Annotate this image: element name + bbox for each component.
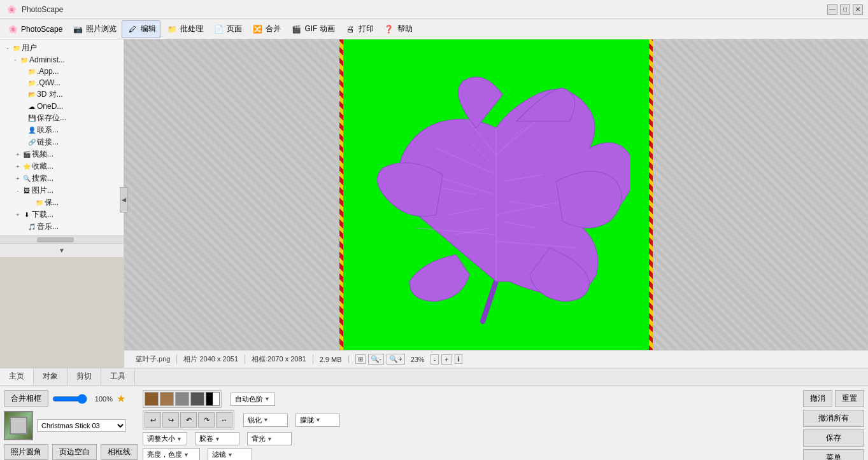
- window-controls: — □ ✕: [827, 4, 863, 15]
- tab-tools[interactable]: 工具: [101, 368, 135, 386]
- expand-downloads[interactable]: +: [14, 212, 22, 218]
- tab-object[interactable]: 对象: [34, 368, 68, 386]
- title-bar: 🌸 PhotoScape — □ ✕: [0, 0, 868, 19]
- tree-item-sub[interactable]: 📁 保...: [0, 197, 124, 209]
- expand-search[interactable]: +: [14, 176, 22, 182]
- favorite-star-button[interactable]: ★: [117, 393, 125, 405]
- tree-item-contacts[interactable]: 👤 联系...: [0, 124, 124, 136]
- auto-level-dropdown[interactable]: 自动色阶 ▼: [231, 393, 275, 406]
- resize-dropdown[interactable]: 调整大小 ▼: [143, 432, 187, 445]
- redo-action-button[interactable]: 重置: [835, 390, 864, 407]
- tree-item-pictures[interactable]: - 🖼 图片...: [0, 185, 124, 197]
- close-button[interactable]: ✕: [853, 4, 863, 15]
- folder-icon-15: ⬇: [22, 210, 32, 220]
- zoom-out-icon[interactable]: 🔍-: [368, 354, 385, 365]
- sharpen-arrow: ▼: [263, 417, 269, 423]
- expand-favorites[interactable]: +: [14, 164, 22, 170]
- tree-item-app[interactable]: 📁 .App...: [0, 66, 124, 77]
- info-icon[interactable]: ℹ: [455, 354, 462, 364]
- zoom-in-icon[interactable]: 🔍+: [387, 354, 404, 365]
- menu-photoscape[interactable]: 🌸 PhotoScape: [3, 21, 66, 38]
- merge-icon: 🔀: [251, 23, 264, 36]
- resize-arrow: ▼: [176, 436, 182, 442]
- rotate-left-btn[interactable]: ↶: [180, 412, 197, 428]
- tree-item-qtw[interactable]: 📁 .QtW...: [0, 77, 124, 88]
- folder-icon-3: 📁: [27, 66, 37, 76]
- image-frame: [339, 39, 653, 350]
- tree-item-oned[interactable]: ☁ OneD...: [0, 101, 124, 112]
- undo-action-button[interactable]: 撤消: [803, 390, 832, 407]
- menu-browse[interactable]: 📷 照片浏览: [68, 21, 120, 38]
- folder-icon-14: 📁: [34, 198, 45, 208]
- tone-buttons: [143, 390, 222, 408]
- menu-batch[interactable]: 📁 批处理: [162, 21, 207, 38]
- photo-corner-button[interactable]: 照片圆角: [4, 444, 48, 460]
- status-bar: 蓝叶子.png 相片 2040 x 2051 相框 2070 x 2081 2.…: [124, 350, 868, 368]
- emboss-arrow: ▼: [215, 436, 220, 442]
- tone-dark-btn[interactable]: [190, 392, 204, 406]
- expand-pictures[interactable]: -: [14, 188, 22, 194]
- menu-button[interactable]: 菜单: [803, 449, 864, 460]
- tree-item-music[interactable]: 🎵 音乐...: [0, 221, 124, 233]
- frame-opacity-slider[interactable]: [52, 394, 87, 403]
- sidebar-collapse-button[interactable]: ◀: [120, 187, 128, 213]
- menu-print[interactable]: 🖨 打印: [340, 21, 378, 38]
- tree-item-save[interactable]: 💾 保存位...: [0, 112, 124, 124]
- tree-item-video[interactable]: + 🎬 视频...: [0, 148, 124, 160]
- print-icon: 🖨: [344, 23, 357, 36]
- zoom-minus-btn[interactable]: -: [430, 354, 439, 365]
- menu-gif[interactable]: 🎬 GIF 动画: [286, 21, 338, 38]
- tone-brown-btn[interactable]: [160, 392, 174, 406]
- tab-home[interactable]: 主页: [0, 368, 34, 386]
- redo-btn[interactable]: ↪: [162, 412, 179, 428]
- folder-icon-16: 🎵: [27, 222, 37, 232]
- app-logo: 🌸: [5, 3, 18, 16]
- brightness-dropdown[interactable]: 亮度，色度 ▼: [143, 448, 200, 460]
- tree-item-downloads[interactable]: + ⬇ 下载...: [0, 209, 124, 221]
- rotate-right-btn[interactable]: ↷: [198, 412, 215, 428]
- sharpen-dropdown[interactable]: 锐化 ▼: [243, 414, 288, 427]
- folder-icon-11: ⭐: [22, 162, 32, 172]
- tone-gray-btn[interactable]: [175, 392, 189, 406]
- tree-item-links[interactable]: 🔗 链接...: [0, 136, 124, 148]
- backlight-dropdown[interactable]: 背光 ▼: [247, 432, 292, 445]
- canvas-content: [124, 39, 868, 350]
- scrollbar-thumb[interactable]: [37, 237, 74, 242]
- expand-video[interactable]: +: [14, 151, 22, 158]
- tree-scroll-down[interactable]: ▼: [0, 243, 124, 257]
- tone-bw-btn[interactable]: [206, 392, 220, 406]
- expand-users[interactable]: -: [4, 45, 11, 52]
- save-button[interactable]: 保存: [803, 429, 864, 447]
- horizontal-scrollbar[interactable]: [0, 235, 124, 243]
- tree-item-administ[interactable]: - 📁 Administ...: [0, 54, 124, 66]
- fit-icon[interactable]: ⊞: [355, 354, 366, 364]
- backlight-arrow: ▼: [267, 436, 273, 442]
- tone-warm-btn[interactable]: [145, 392, 159, 406]
- merge-frame-button[interactable]: 合并相框: [4, 390, 48, 407]
- zoom-plus-btn[interactable]: +: [441, 354, 452, 365]
- frame-border-button[interactable]: 相框线: [101, 444, 138, 460]
- menu-merge[interactable]: 🔀 合并: [247, 21, 285, 38]
- menu-help[interactable]: ❓ 帮助: [379, 21, 416, 38]
- blur-dropdown[interactable]: 朦胧 ▼: [295, 414, 340, 427]
- folder-icon-9: 🔗: [27, 137, 37, 148]
- minimize-button[interactable]: —: [827, 4, 837, 15]
- undo-all-button[interactable]: 撤消所有: [803, 410, 864, 427]
- menu-page[interactable]: 📄 页面: [208, 21, 246, 38]
- zoom-value: 23%: [408, 356, 428, 363]
- emboss-dropdown[interactable]: 胶卷 ▼: [195, 432, 239, 445]
- tree-item-favorites[interactable]: + ⭐ 收藏...: [0, 160, 124, 172]
- flip-btn[interactable]: ↔: [216, 412, 232, 428]
- tree-item-search[interactable]: + 🔍 搜索...: [0, 172, 124, 185]
- filter-dropdown[interactable]: 滤镜 ▼: [208, 448, 252, 460]
- menu-edit[interactable]: 🖊 编辑: [122, 20, 160, 38]
- slider-container: 100%: [52, 394, 113, 403]
- tree-item-3d[interactable]: 📂 3D 对...: [0, 88, 124, 101]
- tree-item-users[interactable]: - 📁 用户: [0, 42, 124, 54]
- expand-administ[interactable]: -: [11, 57, 19, 63]
- tab-crop[interactable]: 剪切: [68, 368, 101, 386]
- undo-btn[interactable]: ↩: [145, 412, 161, 428]
- page-border-button[interactable]: 页边空白: [52, 444, 97, 460]
- maximize-button[interactable]: □: [840, 4, 850, 15]
- frame-select-dropdown[interactable]: Christmas Stick 03: [37, 419, 126, 432]
